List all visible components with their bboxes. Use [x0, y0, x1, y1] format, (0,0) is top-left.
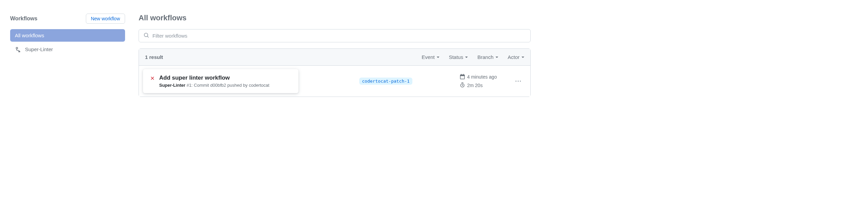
run-subtitle: Super-Linter #1: Commit d00bfb2 pushed b…	[159, 83, 269, 88]
filter-workflows-input[interactable]	[152, 33, 526, 39]
run-actions-menu-button[interactable]	[513, 77, 523, 86]
runs-list: 1 result Event Status Branch	[139, 48, 531, 97]
filter-label: Status	[449, 54, 463, 60]
run-timestamp: 4 minutes ago	[467, 74, 497, 80]
filter-workflows-box[interactable]	[139, 29, 531, 42]
caret-down-icon	[437, 57, 439, 58]
run-row[interactable]: Add super linter workflow Super-Linter #…	[139, 66, 530, 97]
sidebar-item-super-linter[interactable]: Super-Linter	[10, 43, 125, 56]
caret-down-icon	[496, 57, 498, 58]
status-failed-icon	[150, 76, 155, 82]
result-count: 1 result	[145, 54, 163, 60]
run-meta-cell: 4 minutes ago 2m 20s	[460, 74, 524, 89]
new-workflow-button[interactable]: New workflow	[86, 14, 125, 24]
sidebar-item-label: All workflows	[15, 33, 44, 38]
run-text-block: Add super linter workflow Super-Linter #…	[159, 75, 269, 88]
run-actor: codertocat	[249, 83, 269, 88]
main-content: All workflows 1 result Event Status	[139, 14, 531, 97]
sidebar-item-label: Super-Linter	[25, 46, 53, 52]
run-meta: 4 minutes ago 2m 20s	[460, 74, 505, 89]
search-icon	[144, 33, 149, 39]
filter-status-dropdown[interactable]: Status	[449, 54, 468, 60]
sidebar-header: Workflows New workflow	[10, 14, 125, 24]
run-card[interactable]: Add super linter workflow Super-Linter #…	[143, 69, 298, 93]
calendar-icon	[460, 74, 465, 80]
sidebar: Workflows New workflow All workflows Sup…	[10, 14, 125, 97]
run-branch-cell: codertocat-patch-1	[298, 78, 460, 85]
run-duration-row: 2m 20s	[460, 82, 505, 89]
stopwatch-icon	[460, 82, 465, 89]
filter-actor-dropdown[interactable]: Actor	[508, 54, 524, 60]
run-timestamp-row: 4 minutes ago	[460, 74, 505, 80]
caret-down-icon	[522, 57, 524, 58]
branch-tag[interactable]: codertocat-patch-1	[359, 78, 412, 85]
filter-label: Actor	[508, 54, 520, 60]
run-duration: 2m 20s	[467, 83, 483, 88]
filter-branch-dropdown[interactable]: Branch	[477, 54, 498, 60]
filter-dropdowns: Event Status Branch Actor	[422, 54, 524, 60]
sidebar-item-all-workflows[interactable]: All workflows	[10, 29, 125, 42]
page-title: All workflows	[139, 14, 531, 22]
sidebar-title: Workflows	[10, 16, 38, 22]
run-workflow-name: Super-Linter	[159, 83, 185, 88]
filter-event-dropdown[interactable]: Event	[422, 54, 439, 60]
run-number: #1:	[185, 83, 194, 88]
run-description: Commit d00bfb2 pushed by	[194, 83, 249, 88]
filter-label: Event	[422, 54, 435, 60]
caret-down-icon	[465, 57, 468, 58]
run-title: Add super linter workflow	[159, 75, 269, 81]
runs-list-header: 1 result Event Status Branch	[139, 49, 530, 66]
workflow-icon	[15, 47, 22, 52]
filter-label: Branch	[477, 54, 493, 60]
